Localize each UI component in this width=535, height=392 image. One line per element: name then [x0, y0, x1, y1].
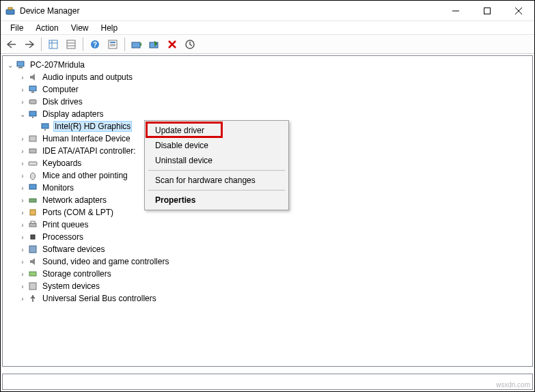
monitor-icon [27, 84, 38, 95]
display-adapter-icon [40, 121, 51, 132]
svg-rect-27 [29, 100, 36, 104]
menu-file[interactable]: File [5, 22, 29, 34]
ctx-update-driver[interactable]: Update driver [147, 123, 286, 138]
collapse-icon[interactable]: › [18, 283, 27, 290]
hid-icon [27, 133, 38, 144]
svg-rect-1 [8, 8, 12, 10]
collapse-icon[interactable]: › [18, 98, 27, 106]
collapse-icon[interactable]: › [18, 184, 27, 192]
svg-rect-44 [29, 283, 36, 290]
toolbar-separator [124, 38, 125, 51]
maximize-button[interactable] [471, 1, 503, 20]
ctx-properties[interactable]: Properties [147, 193, 286, 208]
svg-rect-36 [29, 184, 36, 189]
close-button[interactable] [503, 1, 534, 20]
back-button[interactable] [3, 36, 20, 53]
tree-root[interactable]: ⌄ PC-207Mridula [5, 59, 532, 71]
context-separator [148, 170, 285, 171]
device-tree-panel: ⌄ PC-207Mridula ›Audio inputs and output… [2, 55, 533, 367]
collapse-icon[interactable]: › [18, 197, 27, 204]
svg-rect-38 [30, 210, 36, 215]
svg-rect-28 [29, 111, 36, 116]
svg-rect-42 [29, 246, 36, 253]
cpu-icon [27, 232, 38, 242]
svg-rect-3 [484, 8, 491, 14]
keyboard-icon [27, 158, 38, 169]
port-icon [27, 207, 38, 218]
ctx-uninstall-device[interactable]: Uninstall device [147, 153, 286, 168]
toolbar: ? [1, 35, 534, 54]
system-icon [27, 281, 38, 292]
collapse-icon[interactable]: › [18, 295, 27, 303]
collapse-icon[interactable]: › [18, 246, 27, 253]
properties-grid-button[interactable] [63, 36, 79, 53]
svg-point-35 [31, 173, 36, 180]
collapse-icon[interactable]: › [18, 209, 27, 216]
collapse-icon[interactable]: › [18, 135, 27, 143]
tree-item-system[interactable]: ›System devices [18, 280, 532, 292]
titlebar: Device Manager [1, 1, 534, 21]
app-icon [5, 5, 16, 16]
svg-rect-39 [29, 223, 36, 227]
svg-rect-32 [29, 136, 36, 141]
tree-item-software[interactable]: ›Software devices [18, 243, 532, 255]
monitor-icon [27, 182, 38, 193]
menu-action[interactable]: Action [30, 22, 64, 34]
svg-rect-33 [29, 149, 36, 153]
uninstall-device-button[interactable] [164, 36, 180, 53]
toolbar-separator [83, 38, 83, 51]
svg-rect-24 [18, 67, 23, 68]
tree-item-display[interactable]: ⌄Display adapters [18, 108, 532, 120]
svg-rect-30 [42, 124, 49, 128]
collapse-icon[interactable]: › [18, 160, 27, 167]
disable-device-button[interactable] [146, 36, 163, 53]
expand-icon[interactable]: ⌄ [5, 61, 15, 69]
disk-icon [27, 96, 38, 107]
forward-button[interactable] [21, 36, 38, 53]
ide-icon [27, 145, 38, 156]
collapse-icon[interactable]: › [18, 270, 27, 278]
collapse-icon[interactable]: › [18, 148, 27, 155]
context-separator [148, 190, 285, 191]
svg-rect-43 [29, 272, 36, 276]
minimize-button[interactable] [440, 1, 471, 20]
audio-icon [27, 72, 38, 83]
selected-device-label: Intel(R) HD Graphics [53, 121, 132, 132]
software-icon [27, 244, 38, 255]
collapse-icon[interactable]: › [18, 172, 27, 180]
help-button[interactable]: ? [87, 36, 103, 53]
collapse-icon[interactable]: › [18, 221, 27, 229]
properties-button[interactable] [105, 36, 121, 53]
audio-icon [27, 256, 38, 267]
display-adapter-icon [27, 109, 38, 120]
printer-icon [27, 219, 38, 230]
menu-view[interactable]: View [66, 22, 94, 34]
svg-rect-6 [49, 40, 57, 48]
ctx-disable-device[interactable]: Disable device [147, 138, 286, 153]
collapse-icon[interactable]: › [18, 74, 27, 81]
ctx-scan-hardware[interactable]: Scan for hardware changes [147, 173, 286, 188]
expand-icon[interactable]: ⌄ [18, 111, 27, 118]
tree-item-print[interactable]: ›Print queues [18, 219, 532, 231]
context-menu: Update driver Disable device Uninstall d… [144, 120, 289, 210]
scan-hardware-button[interactable] [182, 36, 198, 53]
tree-root-label: PC-207Mridula [29, 60, 86, 70]
tree-item-computer[interactable]: ›Computer [18, 83, 532, 96]
tree-item-audio[interactable]: ›Audio inputs and outputs [18, 71, 532, 83]
svg-rect-9 [67, 40, 75, 48]
svg-rect-26 [31, 92, 34, 93]
tree-item-processors[interactable]: ›Processors [18, 231, 532, 243]
tree-item-disk[interactable]: ›Disk drives [18, 96, 532, 108]
collapse-icon[interactable]: › [18, 234, 27, 241]
update-driver-button[interactable] [128, 36, 145, 53]
menu-help[interactable]: Help [96, 22, 124, 34]
tree-item-sound[interactable]: ›Sound, video and game controllers [18, 255, 532, 268]
tree-item-storage[interactable]: ›Storage controllers [18, 268, 532, 280]
collapse-icon[interactable]: › [18, 86, 27, 94]
computer-icon [15, 59, 26, 70]
window-title: Device Manager [20, 6, 440, 16]
network-icon [27, 195, 38, 206]
show-hide-tree-button[interactable] [45, 36, 61, 53]
tree-item-usb[interactable]: ›Universal Serial Bus controllers [18, 292, 532, 305]
collapse-icon[interactable]: › [18, 258, 27, 266]
